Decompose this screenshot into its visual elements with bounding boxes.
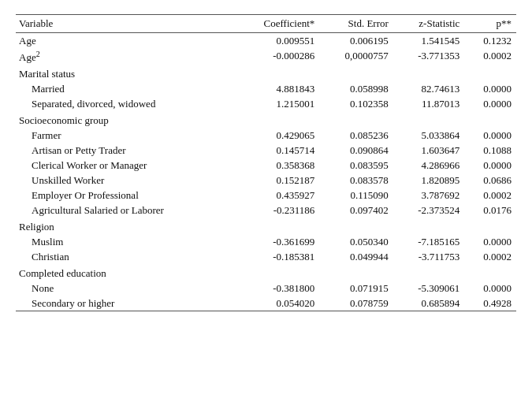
z-statistic-value: -2.373524 — [393, 203, 464, 218]
p-value: 0.0000 — [464, 234, 516, 249]
coefficient-value: 0.358368 — [235, 158, 319, 173]
section-header: Religion — [16, 218, 516, 234]
p-value: 0.0000 — [464, 281, 516, 296]
z-statistic-value: 1.541545 — [393, 33, 464, 49]
table-row: Employer Or Professional0.4359270.115090… — [16, 188, 516, 203]
variable-label: Unskilled Worker — [16, 173, 235, 188]
p-value: 0.0176 — [464, 203, 516, 218]
variable-label: Separated, divorced, widowed — [16, 96, 235, 111]
std-error-value: 0.083578 — [319, 173, 393, 188]
section-header: Completed education — [16, 264, 516, 281]
variable-label: Muslim — [16, 234, 235, 249]
p-value: 0.1232 — [464, 33, 516, 49]
std-error-value: 0.097402 — [319, 203, 393, 218]
variable-label: Agricultural Salaried or Laborer — [16, 203, 235, 218]
variable-label: Secondary or higher — [16, 296, 235, 311]
p-value: 0.0686 — [464, 173, 516, 188]
table-row: Clerical Worker or Manager0.3583680.0835… — [16, 158, 516, 173]
z-statistic-value: 82.74613 — [393, 81, 464, 96]
coefficient-value: 0.152187 — [235, 173, 319, 188]
p-value: 0.1088 — [464, 143, 516, 158]
p-value: 0.0000 — [464, 81, 516, 96]
variable-label: Age — [16, 33, 235, 49]
coefficient-value: -0.000286 — [235, 48, 319, 65]
z-statistic-value: 5.033864 — [393, 128, 464, 143]
table-row: Muslim-0.3616990.050340-7.1851650.0000 — [16, 234, 516, 249]
table-row: Age0.0095510.0061951.5415450.1232 — [16, 33, 516, 49]
std-error-value: 0.115090 — [319, 188, 393, 203]
coefficient-value: 0.435927 — [235, 188, 319, 203]
variable-label: Artisan or Petty Trader — [16, 143, 235, 158]
z-statistic-value: 3.787692 — [393, 188, 464, 203]
variable-label: Christian — [16, 249, 235, 264]
table-row: Unskilled Worker0.1521870.0835781.820895… — [16, 173, 516, 188]
z-statistic-value: 1.820895 — [393, 173, 464, 188]
section-label: Socioeconomic group — [16, 111, 516, 128]
table-row: Separated, divorced, widowed1.2150010.10… — [16, 96, 516, 111]
z-statistic-value: 1.603647 — [393, 143, 464, 158]
p-value: 0.0002 — [464, 188, 516, 203]
p-value: 0.0000 — [464, 128, 516, 143]
z-statistic-value: 0.685894 — [393, 296, 464, 311]
coefficient-value: -0.185381 — [235, 249, 319, 264]
coefficient-value: 0.429065 — [235, 128, 319, 143]
col-p: p** — [464, 15, 516, 33]
variable-label: Clerical Worker or Manager — [16, 158, 235, 173]
p-value: 0.4928 — [464, 296, 516, 311]
table-row: Christian-0.1853810.049944-3.7117530.000… — [16, 249, 516, 264]
table-row: Married4.8818430.05899882.746130.0000 — [16, 81, 516, 96]
table-row: Artisan or Petty Trader0.1457140.0908641… — [16, 143, 516, 158]
coefficient-value: -0.381800 — [235, 281, 319, 296]
section-label: Completed education — [16, 264, 516, 281]
p-value: 0.0000 — [464, 158, 516, 173]
col-z-statistic: z-Statistic — [393, 15, 464, 33]
coefficient-value: 1.215001 — [235, 96, 319, 111]
std-error-value: 0.083595 — [319, 158, 393, 173]
std-error-value: 0.102358 — [319, 96, 393, 111]
std-error-value: 0.071915 — [319, 281, 393, 296]
coefficient-value: 0.009551 — [235, 33, 319, 49]
variable-label: None — [16, 281, 235, 296]
p-value: 0.0002 — [464, 48, 516, 65]
std-error-value: 0.078759 — [319, 296, 393, 311]
table-row: Age2-0.0002860,0000757-3.7713530.0002 — [16, 48, 516, 65]
section-header: Socioeconomic group — [16, 111, 516, 128]
z-statistic-value: -3.771353 — [393, 48, 464, 65]
std-error-value: 0.050340 — [319, 234, 393, 249]
variable-label: Married — [16, 81, 235, 96]
col-variable: Variable — [16, 15, 235, 33]
table-row: None-0.3818000.071915-5.3090610.0000 — [16, 281, 516, 296]
std-error-value: 0.090864 — [319, 143, 393, 158]
p-value: 0.0002 — [464, 249, 516, 264]
std-error-value: 0.085236 — [319, 128, 393, 143]
p-value: 0.0000 — [464, 96, 516, 111]
table-row: Farmer0.4290650.0852365.0338640.0000 — [16, 128, 516, 143]
section-label: Marital status — [16, 65, 516, 81]
coefficient-value: 4.881843 — [235, 81, 319, 96]
coefficient-value: -0.231186 — [235, 203, 319, 218]
z-statistic-value: 4.286966 — [393, 158, 464, 173]
z-statistic-value: -5.309061 — [393, 281, 464, 296]
col-std-error: Std. Error — [319, 15, 393, 33]
variable-label: Employer Or Professional — [16, 188, 235, 203]
table-row: Agricultural Salaried or Laborer-0.23118… — [16, 203, 516, 218]
coefficient-value: -0.361699 — [235, 234, 319, 249]
std-error-value: 0.058998 — [319, 81, 393, 96]
variable-label: Farmer — [16, 128, 235, 143]
coefficient-value: 0.145714 — [235, 143, 319, 158]
regression-table: Variable Coefficient* Std. Error z-Stati… — [16, 14, 516, 311]
z-statistic-value: 11.87013 — [393, 96, 464, 111]
variable-label: Age2 — [16, 48, 235, 65]
section-header: Marital status — [16, 65, 516, 81]
table-row: Secondary or higher0.0540200.0787590.685… — [16, 296, 516, 311]
z-statistic-value: -3.711753 — [393, 249, 464, 264]
section-label: Religion — [16, 218, 516, 234]
std-error-value: 0.049944 — [319, 249, 393, 264]
col-coefficient: Coefficient* — [235, 15, 319, 33]
std-error-value: 0.006195 — [319, 33, 393, 49]
z-statistic-value: -7.185165 — [393, 234, 464, 249]
std-error-value: 0,0000757 — [319, 48, 393, 65]
coefficient-value: 0.054020 — [235, 296, 319, 311]
